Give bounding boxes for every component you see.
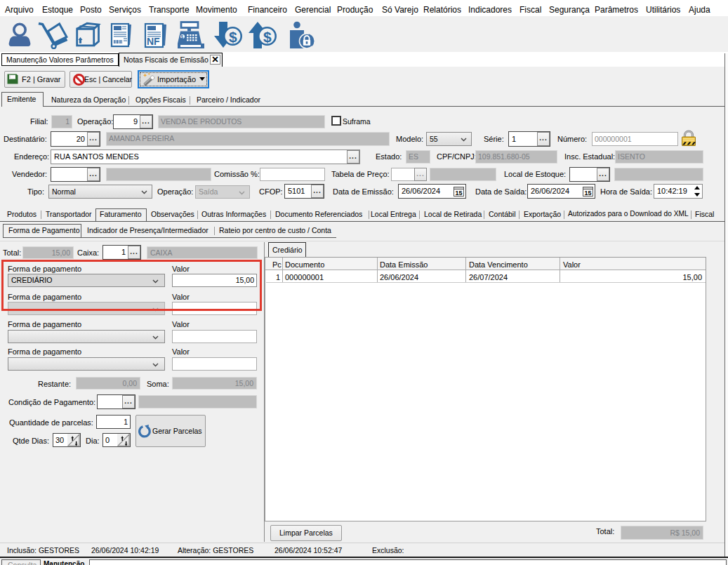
- svg-text:NF: NF: [147, 36, 160, 47]
- svg-text:15: 15: [456, 190, 463, 197]
- svg-text:$: $: [229, 29, 237, 45]
- svg-text:15: 15: [585, 190, 592, 197]
- svg-text:$: $: [181, 34, 184, 40]
- svg-text:$: $: [263, 29, 272, 45]
